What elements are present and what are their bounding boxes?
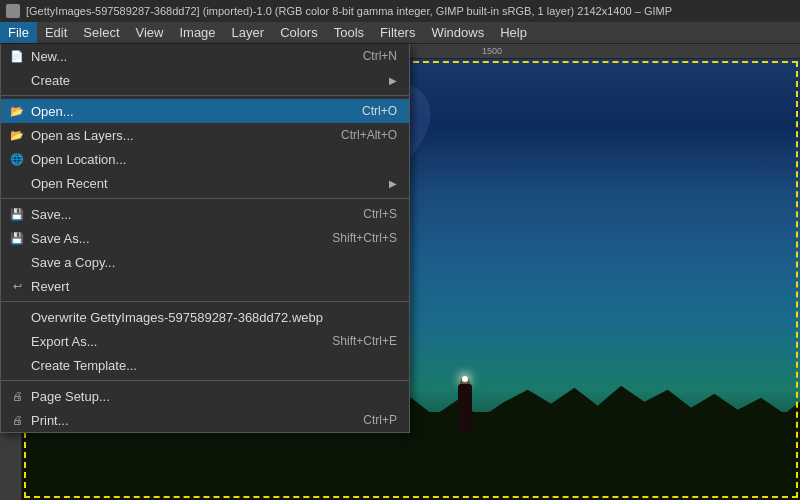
submenu-arrow-icon: ▶ xyxy=(389,75,397,86)
menu-item-shortcut: Shift+Ctrl+E xyxy=(332,334,397,348)
file-menu-dropdown: 📄New...Ctrl+NCreate▶📂Open...Ctrl+O📂Open … xyxy=(0,44,410,433)
menu-item-shortcut: Ctrl+S xyxy=(363,207,397,221)
menu-item-image[interactable]: Image xyxy=(171,22,223,43)
title-bar: [GettyImages-597589287-368dd72] (importe… xyxy=(0,0,800,22)
main-area: 500 750 1000 1250 1500 xyxy=(0,44,800,500)
menu-file-create[interactable]: Create▶ xyxy=(1,68,409,92)
menu-item-label: Revert xyxy=(31,279,397,294)
menu-item-view[interactable]: View xyxy=(128,22,172,43)
menu-item-label: Create xyxy=(31,73,379,88)
menu-file-open-as-layers-[interactable]: 📂Open as Layers...Ctrl+Alt+O xyxy=(1,123,409,147)
menu-file-overwrite-gettyimages-597589287-368dd72-webp[interactable]: Overwrite GettyImages-597589287-368dd72.… xyxy=(1,305,409,329)
menu-separator xyxy=(1,301,409,302)
revert-icon: ↩ xyxy=(7,280,27,293)
ruler-tick: 1500 xyxy=(482,46,502,56)
menu-file-open-recent[interactable]: Open Recent▶ xyxy=(1,171,409,195)
menu-item-label: Save... xyxy=(31,207,343,222)
menu-separator xyxy=(1,95,409,96)
menu-item-label: Open Location... xyxy=(31,152,397,167)
menu-file-page-setup-[interactable]: 🖨Page Setup... xyxy=(1,384,409,408)
menu-item-shortcut: Ctrl+N xyxy=(363,49,397,63)
menu-item-windows[interactable]: Windows xyxy=(423,22,492,43)
menu-item-layer[interactable]: Layer xyxy=(224,22,273,43)
menu-item-colors[interactable]: Colors xyxy=(272,22,326,43)
menu-item-label: Overwrite GettyImages-597589287-368dd72.… xyxy=(31,310,397,325)
menu-item-filters[interactable]: Filters xyxy=(372,22,423,43)
open-location-icon: 🌐 xyxy=(7,153,27,166)
menu-item-label: Open as Layers... xyxy=(31,128,321,143)
menu-item-select[interactable]: Select xyxy=(75,22,127,43)
menu-file-export-as-[interactable]: Export As...Shift+Ctrl+E xyxy=(1,329,409,353)
menu-item-tools[interactable]: Tools xyxy=(326,22,372,43)
menu-file-revert[interactable]: ↩Revert xyxy=(1,274,409,298)
menu-item-shortcut: Ctrl+P xyxy=(363,413,397,427)
menu-item-label: Open... xyxy=(31,104,342,119)
app-icon xyxy=(6,4,20,18)
menu-item-edit[interactable]: Edit xyxy=(37,22,75,43)
menu-item-label: Export As... xyxy=(31,334,312,349)
menu-file-save-[interactable]: 💾Save...Ctrl+S xyxy=(1,202,409,226)
menu-separator xyxy=(1,198,409,199)
new-icon: 📄 xyxy=(7,50,27,63)
menu-file-open-[interactable]: 📂Open...Ctrl+O xyxy=(1,99,409,123)
menu-item-shortcut: Shift+Ctrl+S xyxy=(332,231,397,245)
menu-bar: FileEditSelectViewImageLayerColorsToolsF… xyxy=(0,22,800,44)
person-light xyxy=(462,376,468,382)
print-icon: 🖨 xyxy=(7,414,27,426)
menu-item-shortcut: Ctrl+Alt+O xyxy=(341,128,397,142)
menu-file-save-a-copy-[interactable]: Save a Copy... xyxy=(1,250,409,274)
person-silhouette xyxy=(450,364,480,434)
menu-item-label: Open Recent xyxy=(31,176,379,191)
menu-item-label: Page Setup... xyxy=(31,389,397,404)
menu-file-save-as-[interactable]: 💾Save As...Shift+Ctrl+S xyxy=(1,226,409,250)
menu-item-label: Print... xyxy=(31,413,343,428)
person-body xyxy=(458,384,472,434)
open-icon: 📂 xyxy=(7,105,27,118)
menu-item-label: Save As... xyxy=(31,231,312,246)
menu-file-new-[interactable]: 📄New...Ctrl+N xyxy=(1,44,409,68)
menu-file-open-location-[interactable]: 🌐Open Location... xyxy=(1,147,409,171)
menu-file-create-template-[interactable]: Create Template... xyxy=(1,353,409,377)
menu-file-print-[interactable]: 🖨Print...Ctrl+P xyxy=(1,408,409,432)
save-icon: 💾 xyxy=(7,208,27,221)
save-as-icon: 💾 xyxy=(7,232,27,245)
open-layers-icon: 📂 xyxy=(7,129,27,142)
menu-item-file[interactable]: File xyxy=(0,22,37,43)
menu-item-label: Save a Copy... xyxy=(31,255,397,270)
menu-item-label: Create Template... xyxy=(31,358,397,373)
menu-separator xyxy=(1,380,409,381)
menu-item-help[interactable]: Help xyxy=(492,22,535,43)
page-setup-icon: 🖨 xyxy=(7,390,27,402)
window-title: [GettyImages-597589287-368dd72] (importe… xyxy=(26,5,794,17)
submenu-arrow-icon: ▶ xyxy=(389,178,397,189)
menu-item-label: New... xyxy=(31,49,343,64)
menu-item-shortcut: Ctrl+O xyxy=(362,104,397,118)
